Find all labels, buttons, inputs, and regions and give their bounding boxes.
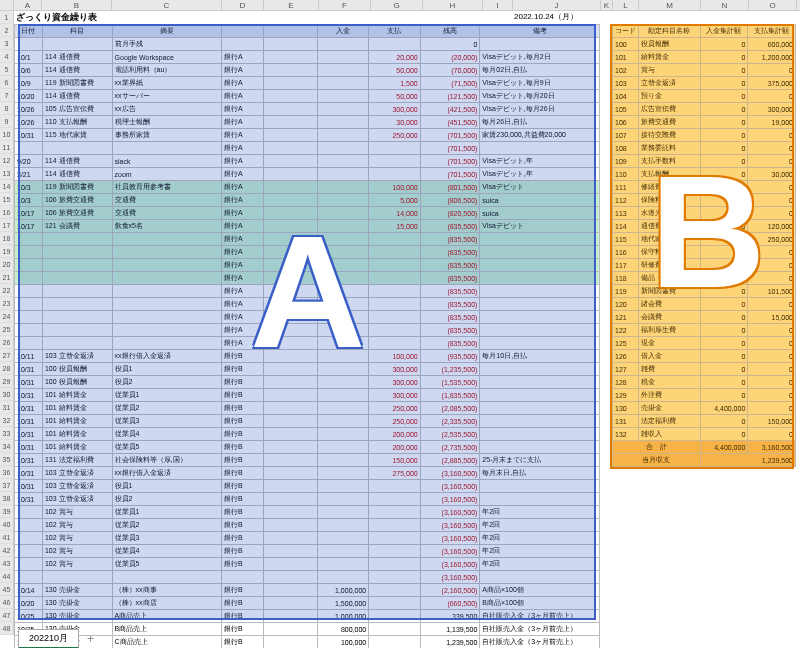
col-header[interactable]: E	[264, 0, 319, 10]
row-number[interactable]: 3	[0, 37, 14, 50]
table-row: 10/25130 売掛金A商品売上銀行B1,000,000339,500自社販売…	[15, 610, 600, 623]
add-sheet-icon[interactable]: +	[79, 632, 102, 646]
col-header[interactable]: B	[42, 0, 112, 10]
row-number[interactable]: 43	[0, 557, 14, 570]
row-number[interactable]: 39	[0, 505, 14, 518]
table-row: 10/31103 立替金返済役員2銀行B(3,160,500)	[15, 493, 600, 506]
col-header[interactable]: M	[639, 0, 701, 10]
row-number[interactable]: 32	[0, 414, 14, 427]
sheet-tabs: 202210月 +	[18, 630, 102, 648]
table-row: 10/26105 広告宣伝費xx広告銀行A300,000(421,500)Vis…	[15, 103, 600, 116]
main-col-header: 日付	[15, 25, 43, 38]
row-number[interactable]: 40	[0, 518, 14, 531]
row-number[interactable]: 37	[0, 479, 14, 492]
row-number[interactable]: 27	[0, 349, 14, 362]
col-header[interactable]: D	[222, 0, 264, 10]
table-row: 前月手残0	[15, 38, 600, 51]
col-header[interactable]: G	[371, 0, 423, 10]
col-header[interactable]: I	[483, 0, 513, 10]
row-number[interactable]: 48	[0, 622, 14, 635]
col-header[interactable]: J	[513, 0, 601, 10]
col-header[interactable]: C	[112, 0, 222, 10]
col-header[interactable]	[0, 0, 14, 10]
sheet-tab-active[interactable]: 202210月	[18, 629, 79, 648]
col-header[interactable]: L	[613, 0, 639, 10]
table-row: 114通信費0120,000	[613, 220, 796, 233]
row-number[interactable]: 16	[0, 206, 14, 219]
table-row: 109支払手数料00	[613, 155, 796, 168]
row-number[interactable]: 13	[0, 167, 14, 180]
table-row: 129外注費00	[613, 389, 796, 402]
row-number[interactable]: 34	[0, 440, 14, 453]
row-number[interactable]: 6	[0, 76, 14, 89]
table-row: 銀行A(835,500)	[15, 285, 600, 298]
row-number[interactable]: 41	[0, 531, 14, 544]
table-row: 107接待交際費00	[613, 129, 796, 142]
row-number[interactable]: 30	[0, 388, 14, 401]
row-number[interactable]: 42	[0, 544, 14, 557]
side-final-row: 当月収支1,239,500	[613, 454, 796, 467]
table-row: 113水道光熱費00	[613, 207, 796, 220]
col-header[interactable]: A	[14, 0, 42, 10]
row-number[interactable]: 25	[0, 323, 14, 336]
row-number[interactable]: 11	[0, 141, 14, 154]
row-number[interactable]: 45	[0, 583, 14, 596]
row-number[interactable]: 9	[0, 115, 14, 128]
row-number[interactable]: 35	[0, 453, 14, 466]
table-row: 10/17121 会議費飲食x5名銀行A15,000(835,500)Visaデ…	[15, 220, 600, 233]
table-row: 103立替金返済0375,000	[613, 77, 796, 90]
col-header[interactable]: O	[749, 0, 797, 10]
table-row: 118備品・消耗品費00	[613, 272, 796, 285]
table-row: 112保険料00	[613, 194, 796, 207]
row-number[interactable]: 17	[0, 219, 14, 232]
table-row: 102 賞与従業員1銀行B(3,160,500)年2回	[15, 506, 600, 519]
row-number[interactable]: 1	[0, 11, 14, 24]
row-number[interactable]: 8	[0, 102, 14, 115]
row-number[interactable]: 22	[0, 284, 14, 297]
row-number[interactable]: 10	[0, 128, 14, 141]
side-total-row: 合 計4,400,0003,160,500	[613, 441, 796, 454]
row-number[interactable]: 33	[0, 427, 14, 440]
row-number[interactable]: 28	[0, 362, 14, 375]
col-header[interactable]: F	[319, 0, 371, 10]
row-number[interactable]: 19	[0, 245, 14, 258]
row-number[interactable]: 24	[0, 310, 14, 323]
table-row: 108業務委託料00	[613, 142, 796, 155]
row-number[interactable]: 36	[0, 466, 14, 479]
row-number[interactable]: 14	[0, 180, 14, 193]
table-row: 銀行A(835,500)	[15, 246, 600, 259]
table-row: 119新聞図書費0101,500	[613, 285, 796, 298]
table-row: 10/31115 地代家賃事務所家賃銀行A250,000(701,500)家賃2…	[15, 129, 600, 142]
row-number[interactable]: 23	[0, 297, 14, 310]
col-header[interactable]: K	[601, 0, 613, 10]
row-number[interactable]: 29	[0, 375, 14, 388]
table-row: 120諸会費00	[613, 298, 796, 311]
row-number[interactable]: 18	[0, 232, 14, 245]
table-row: 128税金00	[613, 376, 796, 389]
table-row: 102賞与00	[613, 64, 796, 77]
row-number[interactable]: 12	[0, 154, 14, 167]
row-number[interactable]: 15	[0, 193, 14, 206]
row-number[interactable]: 46	[0, 596, 14, 609]
col-header[interactable]: H	[423, 0, 483, 10]
table-row: 102 賞与従業員3銀行B(3,160,500)年2回	[15, 532, 600, 545]
table-row: 131法定福利費0150,000	[613, 415, 796, 428]
row-number[interactable]: 47	[0, 609, 14, 622]
table-row: 126借入金00	[613, 350, 796, 363]
table-row: 104預り金00	[613, 90, 796, 103]
row-number[interactable]: 31	[0, 401, 14, 414]
row-number[interactable]: 21	[0, 271, 14, 284]
row-number[interactable]: 5	[0, 63, 14, 76]
side-col-header: コード	[613, 25, 639, 38]
table-row: 10/11103 立替金返済xx銀行借入金返済銀行B100,000(935,50…	[15, 350, 600, 363]
row-number[interactable]: 7	[0, 89, 14, 102]
main-col-header: 科目	[42, 25, 112, 38]
row-number[interactable]: 38	[0, 492, 14, 505]
row-number[interactable]: 26	[0, 336, 14, 349]
table-row: 116保守料00	[613, 246, 796, 259]
row-number[interactable]: 20	[0, 258, 14, 271]
col-header[interactable]: N	[701, 0, 749, 10]
row-number[interactable]: 44	[0, 570, 14, 583]
row-number[interactable]: 2	[0, 24, 14, 37]
row-number[interactable]: 4	[0, 50, 14, 63]
